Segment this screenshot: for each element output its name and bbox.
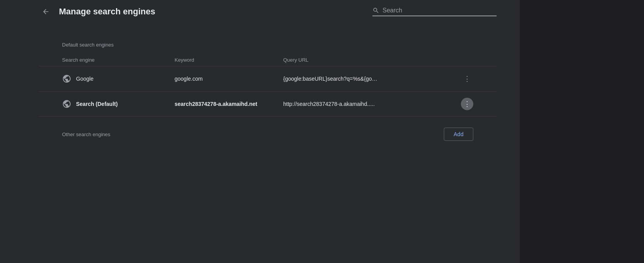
more-button[interactable]: ⋮ bbox=[461, 73, 473, 85]
right-panel bbox=[520, 0, 644, 263]
table-row: Google google.com {google:baseURL}search… bbox=[39, 66, 497, 92]
main-content: Manage search engines Default search eng… bbox=[16, 0, 520, 263]
default-search-engines-section: Default search engines Search engine Key… bbox=[39, 42, 497, 117]
page-title: Manage search engines bbox=[59, 7, 155, 17]
url-cell: {google:baseURL}search?q=%s&{go… bbox=[283, 76, 454, 82]
col-header-url: Query URL bbox=[283, 57, 473, 63]
engine-name: Search (Default) bbox=[76, 101, 118, 107]
col-header-keyword: Keyword bbox=[175, 57, 283, 63]
engine-name-cell: Search (Default) bbox=[62, 99, 175, 109]
default-section-title: Default search engines bbox=[39, 42, 497, 48]
url-cell: http://search28374278-a.akamaihd..... bbox=[283, 101, 454, 107]
header: Manage search engines bbox=[39, 0, 497, 23]
back-button[interactable] bbox=[39, 6, 53, 17]
col-header-engine: Search engine bbox=[62, 57, 175, 63]
globe-icon bbox=[62, 99, 71, 109]
sidebar bbox=[0, 0, 16, 263]
keyword-cell: search28374278-a.akamaihd.net bbox=[175, 101, 283, 107]
table-row: Search (Default) search28374278-a.akamai… bbox=[39, 92, 497, 117]
engine-name-cell: Google bbox=[62, 74, 175, 83]
actions-cell: ⋮ bbox=[454, 98, 473, 110]
search-icon bbox=[372, 7, 379, 14]
bottom-section: Other search engines Add bbox=[39, 118, 497, 150]
header-left: Manage search engines bbox=[39, 6, 155, 17]
search-box bbox=[372, 7, 497, 16]
more-button-active[interactable]: ⋮ bbox=[461, 98, 473, 110]
add-button[interactable]: Add bbox=[444, 128, 473, 141]
engine-name: Google bbox=[76, 76, 93, 82]
globe-icon bbox=[62, 74, 71, 83]
search-input[interactable] bbox=[383, 7, 497, 14]
other-section-title: Other search engines bbox=[62, 132, 110, 137]
actions-cell: ⋮ bbox=[454, 73, 473, 85]
keyword-cell: google.com bbox=[175, 76, 283, 82]
table-header: Search engine Keyword Query URL bbox=[39, 54, 497, 66]
